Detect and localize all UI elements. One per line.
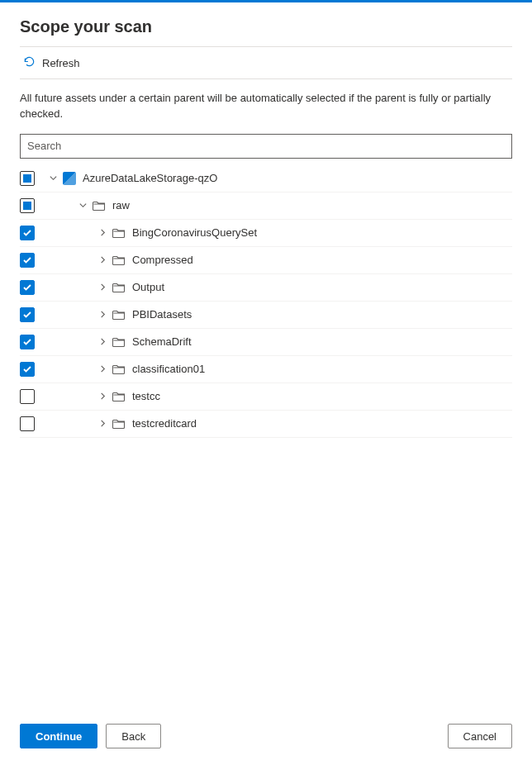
chevron-right-icon[interactable] (93, 337, 112, 346)
tree-row[interactable]: BingCoronavirusQuerySet (20, 220, 512, 247)
tree-row[interactable]: testcc (20, 383, 512, 411)
node-label: classification01 (132, 363, 205, 375)
tree: AzureDataLakeStorage-qzO raw BingCoronav… (20, 165, 512, 438)
node-label: PBIDatasets (132, 308, 192, 321)
chevron-down-icon[interactable] (73, 201, 93, 210)
footer: Continue Back Cancel (0, 712, 532, 765)
node-label: SchemaDrift (132, 335, 192, 348)
folder-icon (112, 226, 126, 240)
storage-icon (63, 172, 76, 185)
folder-icon (112, 281, 126, 294)
continue-button[interactable]: Continue (20, 724, 97, 748)
chevron-right-icon[interactable] (93, 255, 112, 264)
folder-icon (112, 335, 126, 349)
node-label: Compressed (132, 254, 193, 266)
node-label: Output (132, 281, 164, 293)
checkbox[interactable] (20, 280, 35, 295)
folder-icon (112, 308, 126, 321)
checkbox[interactable] (20, 307, 35, 322)
chevron-right-icon[interactable] (93, 392, 112, 401)
tree-row[interactable]: testcreditcard (20, 411, 512, 438)
refresh-button[interactable]: Refresh (20, 54, 83, 72)
back-button[interactable]: Back (106, 724, 161, 748)
node-label: AzureDataLakeStorage-qzO (83, 172, 217, 184)
checkbox[interactable] (20, 171, 35, 186)
cancel-button[interactable]: Cancel (448, 724, 512, 748)
tree-row[interactable]: classification01 (20, 356, 512, 383)
folder-icon (112, 254, 126, 267)
tree-row[interactable]: Compressed (20, 247, 512, 274)
chevron-down-icon[interactable] (43, 173, 63, 183)
folder-icon (112, 363, 126, 376)
checkbox[interactable] (20, 226, 35, 240)
tree-row-root[interactable]: AzureDataLakeStorage-qzO (20, 165, 512, 192)
node-label: testcreditcard (132, 417, 197, 430)
node-label: testcc (132, 390, 160, 402)
node-label: raw (112, 199, 130, 211)
checkbox[interactable] (20, 389, 35, 404)
checkbox[interactable] (20, 335, 35, 349)
tree-row[interactable]: PBIDatasets (20, 302, 512, 329)
chevron-right-icon[interactable] (93, 228, 112, 237)
folder-icon (112, 390, 126, 403)
node-label: BingCoronavirusQuerySet (132, 226, 257, 239)
chevron-right-icon[interactable] (93, 364, 112, 373)
folder-icon (93, 199, 106, 212)
chevron-right-icon[interactable] (93, 283, 112, 292)
checkbox[interactable] (20, 416, 35, 431)
refresh-label: Refresh (42, 57, 80, 69)
refresh-icon (23, 55, 36, 70)
folder-icon (112, 417, 126, 430)
tree-row-raw[interactable]: raw (20, 192, 512, 220)
checkbox[interactable] (20, 362, 35, 377)
page-title: Scope your scan (20, 17, 512, 36)
toolbar: Refresh (20, 46, 512, 79)
chevron-right-icon[interactable] (93, 419, 112, 428)
checkbox[interactable] (20, 198, 35, 213)
tree-row[interactable]: Output (20, 274, 512, 302)
description-text: All future assets under a certain parent… (20, 91, 512, 122)
chevron-right-icon[interactable] (93, 310, 112, 319)
checkbox[interactable] (20, 253, 35, 268)
search-input[interactable] (20, 134, 512, 159)
tree-row[interactable]: SchemaDrift (20, 329, 512, 356)
